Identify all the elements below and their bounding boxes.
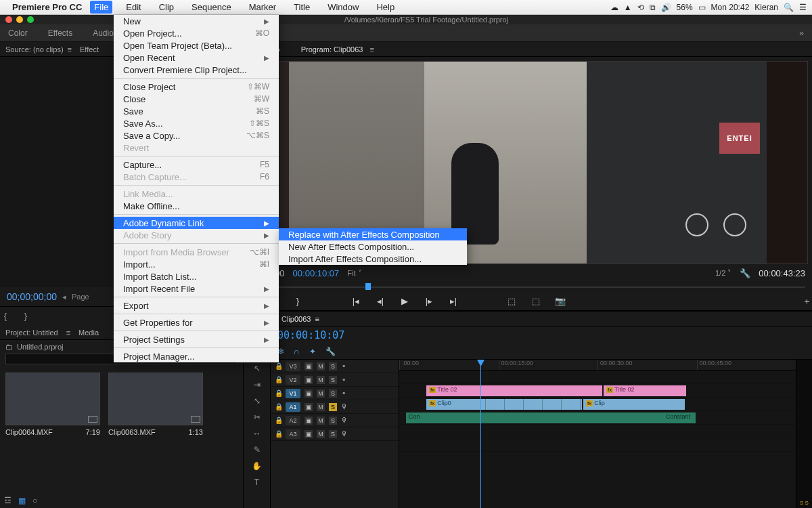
voiceover-icon[interactable]: 🎙 <box>341 417 348 424</box>
timeline-tab-menu-icon[interactable]: ≡ <box>315 315 319 323</box>
mute-button[interactable]: M <box>317 389 325 398</box>
toggle-output[interactable]: ▣ <box>304 362 313 371</box>
file-menu-item[interactable]: Import Batch List... <box>114 270 279 282</box>
bracket-open-icon[interactable]: { <box>0 311 11 322</box>
file-menu-item[interactable]: Adobe Dynamic Link▶ <box>114 217 279 229</box>
track-v3-row[interactable] <box>399 371 796 384</box>
icon-view-icon[interactable]: ▦ <box>18 496 26 505</box>
menu-clip[interactable]: Clip <box>155 1 178 14</box>
clock[interactable]: Mon 20:42 <box>711 3 750 12</box>
mute-button[interactable]: M <box>317 362 325 371</box>
ruler-tick[interactable]: 00:00:45:00 <box>697 360 796 370</box>
minimize-window-button[interactable] <box>16 16 23 23</box>
timeline-tab[interactable]: Clip0063 <box>281 315 311 323</box>
media-browser-tab[interactable]: Media <box>78 329 99 337</box>
workspace-effects[interactable]: Effects <box>48 28 72 38</box>
solo-button[interactable]: S <box>329 417 337 425</box>
maximize-window-button[interactable] <box>27 16 34 23</box>
track-head-a1[interactable]: 🔒A1▣MS🎙 <box>271 400 399 414</box>
track-a1-row[interactable]: Con Constant <box>399 411 796 425</box>
track-label[interactable]: A2 <box>286 416 300 425</box>
track-label[interactable]: A1 <box>286 402 300 412</box>
source-tab-menu-icon[interactable]: ≡ <box>68 45 72 54</box>
file-menu-item[interactable]: Save a Copy...⌥⌘S <box>114 129 279 142</box>
bin-icon[interactable]: 🗀 <box>5 343 13 351</box>
menu-sequence[interactable]: Sequence <box>187 1 235 14</box>
resolution-dropdown[interactable]: 1/2 ˅ <box>715 269 731 278</box>
clip-clip[interactable]: fxClip <box>583 399 685 410</box>
track-label[interactable]: A3 <box>286 429 300 439</box>
track-select-tool-icon[interactable]: ⇥ <box>254 380 261 389</box>
lock-icon[interactable]: 🔒 <box>275 417 281 424</box>
toggle-output[interactable]: ▣ <box>304 430 313 438</box>
solo-button[interactable]: S <box>329 403 337 411</box>
source-tab[interactable]: Source: (no clips) <box>5 45 64 54</box>
add-transport-button-icon[interactable]: ＋ <box>801 296 812 307</box>
volume-icon[interactable]: 🔊 <box>661 3 671 12</box>
source-timecode[interactable]: 00;00;00;00 <box>7 291 57 302</box>
cloud-icon[interactable]: ☁ <box>610 3 618 12</box>
lock-icon[interactable]: 🔒 <box>275 376 281 383</box>
file-menu-item[interactable]: Convert Premiere Clip Project... <box>114 64 279 76</box>
toggle-output[interactable]: ▣ <box>304 376 313 384</box>
triangle-icon[interactable]: ▲ <box>624 3 632 12</box>
menu-icon[interactable]: ☰ <box>799 3 807 12</box>
step-back-icon[interactable]: ◂| <box>375 296 386 307</box>
battery-icon[interactable]: ▭ <box>698 3 706 12</box>
file-menu[interactable]: New▶Open Project...⌘OOpen Team Project (… <box>114 15 279 362</box>
mute-button[interactable]: M <box>317 430 325 438</box>
menu-title[interactable]: Title <box>290 1 314 14</box>
slip-tool-icon[interactable]: ↔ <box>253 429 261 438</box>
file-menu-item[interactable]: Close Project⇧⌘W <box>114 81 279 93</box>
track-v1-row[interactable]: fxClip0 fxClip <box>399 398 796 411</box>
play-icon[interactable]: ▶ <box>399 296 410 307</box>
track-label[interactable]: V1 <box>286 389 300 398</box>
linked-selection-icon[interactable]: ∩ <box>294 347 300 356</box>
user-name[interactable]: Kieran <box>754 3 778 12</box>
track-head-a3[interactable]: 🔒A3▣MS🎙 <box>271 427 399 441</box>
track-label[interactable]: V3 <box>286 362 300 371</box>
track-label[interactable]: V2 <box>286 375 300 385</box>
hand-tool-icon[interactable]: ✋ <box>252 461 262 471</box>
submenu-item[interactable]: New After Effects Composition... <box>279 240 467 253</box>
workspace-color[interactable]: Color <box>8 28 28 38</box>
lock-icon[interactable]: 🔒 <box>275 430 281 438</box>
menu-file[interactable]: File <box>90 1 112 14</box>
file-menu-item[interactable]: Open Recent▶ <box>114 51 279 64</box>
lift-icon[interactable]: ⬚ <box>506 296 517 307</box>
clip-title02b[interactable]: fxTitle 02 <box>604 385 686 396</box>
file-menu-item[interactable]: Save⌘S <box>114 105 279 117</box>
timeline-timecode[interactable]: 00:00:10:07 <box>271 326 351 344</box>
solo-button[interactable]: S <box>329 376 337 384</box>
voiceover-icon[interactable]: 🎙 <box>341 403 348 410</box>
mute-button[interactable]: M <box>317 376 325 384</box>
project-thumb[interactable]: Clip0064.MXF7:19 <box>5 373 100 436</box>
file-menu-item[interactable]: Open Team Project (Beta)... <box>114 39 279 51</box>
close-window-button[interactable] <box>5 16 12 23</box>
file-menu-item[interactable]: Open Project...⌘O <box>114 27 279 39</box>
settings-wrench-icon[interactable]: 🔧 <box>325 347 336 356</box>
sync-lock-icon[interactable]: ⚬ <box>341 376 346 383</box>
program-tc-duration[interactable]: 00:00:43:23 <box>759 268 805 278</box>
dynamic-link-submenu[interactable]: Replace with After Effects CompositionNe… <box>279 228 467 265</box>
go-to-out-icon[interactable]: ▸| <box>448 296 459 307</box>
track-head-a2[interactable]: 🔒A2▣MS🎙 <box>271 414 399 427</box>
menu-window[interactable]: Window <box>323 1 363 14</box>
program-scrub-bar[interactable] <box>250 282 805 292</box>
menu-marker[interactable]: Marker <box>245 1 280 14</box>
toggle-output[interactable]: ▣ <box>304 389 313 398</box>
sync-lock-icon[interactable]: ⚬ <box>341 362 346 370</box>
solo-button[interactable]: S <box>329 362 337 371</box>
sync-icon[interactable]: ⟲ <box>637 3 644 12</box>
solo-button[interactable]: S <box>329 389 337 398</box>
track-a2-row[interactable] <box>399 425 796 438</box>
settings-icon[interactable]: 🔧 <box>740 268 750 278</box>
file-menu-item[interactable]: Get Properties for▶ <box>114 316 279 329</box>
ruler-tick[interactable]: 00:00:15:00 <box>499 360 598 370</box>
program-tc-current[interactable]: 00:00:10:07 <box>293 268 340 278</box>
file-menu-item[interactable]: New▶ <box>114 15 279 27</box>
project-tab[interactable]: Project: Untitled <box>5 329 58 337</box>
list-view-icon[interactable]: ☲ <box>4 496 12 505</box>
pen-tool-icon[interactable]: ✎ <box>254 445 261 454</box>
workspace-overflow-icon[interactable]: » <box>799 28 804 38</box>
